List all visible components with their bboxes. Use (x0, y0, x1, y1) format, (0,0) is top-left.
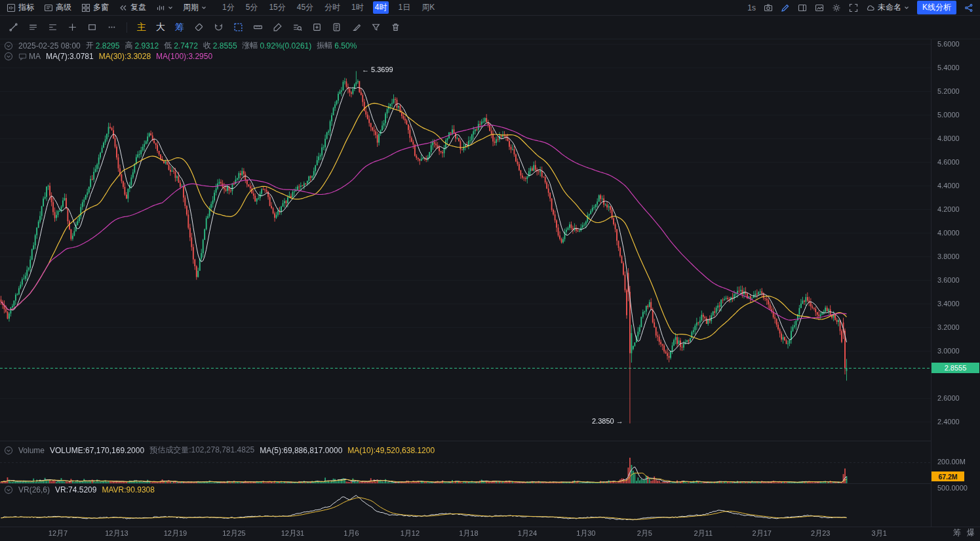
vr-value: VR:74.5209 (55, 485, 96, 494)
amplitude-value: 6.50% (334, 41, 357, 50)
ma-bubble-icon[interactable] (18, 52, 27, 61)
timeframe-分时[interactable]: 分时 (323, 1, 342, 14)
period-label: 周期 (183, 2, 199, 13)
chips-toggle[interactable]: 筹 (175, 22, 184, 33)
timeframe-list: 1分5分15分45分分时1时4时1日周K (220, 1, 437, 14)
ruler-tool-icon[interactable] (253, 22, 263, 32)
collapse-icon[interactable] (4, 41, 13, 50)
menu-multiwindow[interactable]: 多窗 (81, 2, 109, 13)
indicators-icon (7, 3, 16, 12)
liquidation-corner-toggle[interactable]: 爆 (967, 527, 975, 538)
bottom-right-toggles: 筹 爆 (953, 527, 975, 538)
rect-tool-icon[interactable] (87, 22, 97, 32)
close-value: 2.8555 (213, 41, 237, 50)
period-selector[interactable]: 周期 (183, 2, 206, 13)
gear-icon[interactable] (832, 3, 841, 12)
timeframe-周K[interactable]: 周K (420, 1, 437, 14)
timeframe-5分[interactable]: 5分 (244, 1, 260, 14)
open-label: 开 (86, 40, 94, 51)
multiwindow-icon (81, 3, 90, 12)
amplitude-label: 振幅 (317, 40, 332, 51)
fib-tool-icon[interactable] (48, 22, 58, 32)
ma30-value: MA(30):3.3028 (99, 52, 151, 61)
timeframe-1分[interactable]: 1分 (220, 1, 237, 14)
close-label: 收 (203, 40, 211, 51)
topbar-right: 1s 未命名 K线分析 (747, 1, 973, 14)
chevron-down-icon (904, 5, 909, 10)
collapse-icon[interactable] (4, 52, 13, 61)
volume-value: VOLUME:67,170,169.2000 (50, 446, 144, 455)
camera-icon[interactable] (764, 3, 773, 12)
timeframe-45分[interactable]: 45分 (295, 1, 315, 14)
collapse-icon[interactable] (4, 485, 13, 494)
large-view-toggle[interactable]: 大 (156, 22, 165, 33)
collapse-icon[interactable] (4, 446, 13, 455)
vr-title[interactable]: VR(26,6) (18, 485, 50, 494)
share-icon[interactable] (964, 3, 973, 12)
ma-info-row: MA MA(7):3.0781 MA(30):3.3028 MA(100):3.… (4, 52, 212, 61)
low-value: 2.7472 (174, 41, 198, 50)
filter-tool-icon[interactable] (371, 22, 381, 32)
drawing-toolbar: 主 大 筹 (0, 16, 980, 39)
interval-selector[interactable]: 1s (747, 3, 756, 12)
note-tool-icon[interactable] (332, 22, 342, 32)
topbar: 指标 高级 多窗 复盘 周期 1分5分15分45分分时1时4时1日周K 1s (0, 0, 980, 16)
chevron-down-icon (168, 5, 173, 10)
menu-advanced[interactable]: 高级 (44, 2, 71, 13)
menu-multiwindow-label: 多窗 (93, 2, 109, 13)
vr-info-row: VR(26,6) VR:74.5209 MAVR:90.9308 (4, 485, 155, 494)
chart-style-selector[interactable] (156, 3, 173, 12)
current-volume-badge: 67.2M (931, 471, 964, 481)
workspace-name: 未命名 (878, 2, 901, 13)
kline-analysis-button[interactable]: K线分析 (917, 1, 956, 14)
topbar-left: 指标 高级 多窗 复盘 周期 1分5分15分45分分时1时4时1日周K (7, 1, 437, 14)
timeframe-4时[interactable]: 4时 (373, 1, 389, 14)
current-price-tag: 2.8555 (931, 363, 979, 373)
chart-style-icon (156, 3, 165, 12)
workspace-selector[interactable]: 未命名 (866, 2, 909, 13)
chips-corner-toggle[interactable]: 筹 (953, 527, 961, 538)
select-region-icon[interactable] (233, 22, 243, 32)
fullscreen-icon[interactable] (849, 3, 858, 12)
timeframe-15分[interactable]: 15分 (267, 1, 287, 14)
trendline-tool-icon[interactable] (9, 22, 18, 32)
menu-indicators[interactable]: 指标 (7, 2, 34, 13)
magnet-tool-icon[interactable] (214, 22, 224, 32)
high-annotation: ← 5.3699 (362, 66, 393, 73)
timeframe-1日[interactable]: 1日 (396, 1, 412, 14)
more-tools-icon[interactable] (107, 22, 117, 32)
draw-pencil-icon[interactable] (781, 3, 790, 12)
volume-info-row: Volume VOLUME:67,170,169.2000 预估成交量:102,… (4, 445, 435, 456)
volume-ma10: MA(10):49,520,638.1200 (347, 446, 435, 455)
change-label: 涨幅 (243, 40, 258, 51)
volume-ma5: MA(5):69,886,817.0000 (260, 446, 342, 455)
layout-panel-icon[interactable] (798, 3, 807, 12)
order-tool-icon[interactable] (312, 22, 322, 32)
timeframe-1时[interactable]: 1时 (349, 1, 366, 14)
menu-replay[interactable]: 复盘 (119, 2, 146, 13)
high-value: 2.9312 (134, 41, 159, 50)
replay-icon (119, 3, 128, 12)
volume-title[interactable]: Volume (18, 446, 45, 455)
menu-replay-label: 复盘 (130, 2, 146, 13)
ma100-value: MA(100):3.2950 (156, 52, 212, 61)
menu-advanced-label: 高级 (56, 2, 71, 13)
cross-tool-icon[interactable] (68, 22, 77, 32)
estimated-volume: 预估成交量:102,278,781.4825 (149, 445, 254, 456)
change-value: 0.92%(0.0261) (260, 41, 312, 50)
main-indicator-toggle[interactable]: 主 (137, 22, 146, 33)
parallel-lines-tool-icon[interactable] (28, 22, 38, 32)
kline-app: 指标 高级 多窗 复盘 周期 1分5分15分45分分时1时4时1日周K 1s (0, 0, 980, 541)
open-value: 2.8295 (96, 41, 120, 50)
chart-canvas[interactable] (0, 0, 980, 541)
high-label: 高 (125, 40, 132, 51)
image-icon[interactable] (815, 3, 824, 12)
menu-indicators-label: 指标 (18, 2, 34, 13)
candle-datetime: 2025-02-25 08:00 (18, 41, 81, 50)
chip-analysis-icon[interactable] (292, 22, 302, 32)
toolbar-separator (127, 22, 127, 33)
eraser-tool-icon[interactable] (194, 22, 204, 32)
trash-icon[interactable] (391, 22, 401, 32)
brush-tool-icon[interactable] (351, 22, 361, 32)
pen-tool-icon[interactable] (273, 22, 283, 32)
